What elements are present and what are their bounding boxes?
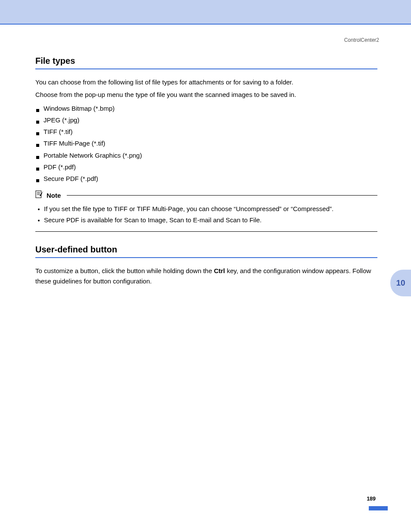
list-item: Secure PDF (*.pdf) — [35, 174, 377, 184]
note-end-rule — [35, 231, 377, 232]
heading-user-defined: User-defined button — [35, 245, 377, 255]
note-icon — [35, 190, 44, 200]
page-number: 189 — [367, 496, 376, 502]
note-item: Secure PDF is available for Scan to Imag… — [35, 215, 377, 226]
page-content: File types You can choose from the follo… — [35, 56, 377, 289]
list-item-label: Secure PDF (*.pdf) — [44, 174, 98, 184]
list-item-label: TIFF (*.tif) — [44, 127, 73, 137]
filetypes-para-2: Choose from the pop-up menu the type of … — [35, 90, 377, 100]
square-bullet-icon — [36, 132, 39, 135]
square-bullet-icon — [36, 121, 39, 124]
note-items: If you set the file type to TIFF or TIFF… — [35, 203, 377, 225]
top-rule — [0, 24, 411, 25]
section-rule — [35, 68, 377, 69]
list-item-label: PDF (*.pdf) — [44, 162, 76, 172]
square-bullet-icon — [36, 144, 39, 147]
section-rule — [35, 257, 377, 258]
list-item: PDF (*.pdf) — [35, 162, 377, 172]
list-item: Windows Bitmap (*.bmp) — [35, 103, 377, 113]
heading-file-types: File types — [35, 56, 377, 66]
note-block: Note If you set the file type to TIFF or… — [35, 190, 377, 232]
svg-rect-0 — [36, 191, 41, 198]
square-bullet-icon — [36, 179, 39, 182]
list-item-label: Windows Bitmap (*.bmp) — [44, 103, 115, 113]
top-band — [0, 0, 411, 24]
square-bullet-icon — [36, 156, 39, 159]
header-right-label: ControlCenter2 — [344, 37, 379, 43]
list-item: TIFF Multi-Page (*.tif) — [35, 138, 377, 148]
square-bullet-icon — [36, 109, 39, 112]
note-item: If you set the file type to TIFF or TIFF… — [35, 203, 377, 215]
note-item-text: Secure PDF is available for Scan to Imag… — [44, 215, 262, 226]
list-item: JPEG (*.jpg) — [35, 115, 377, 125]
note-header: Note — [35, 190, 377, 200]
list-item-label: Portable Network Graphics (*.png) — [44, 150, 142, 160]
bottom-accent — [369, 506, 388, 510]
note-title: Note — [47, 192, 61, 199]
chapter-number: 10 — [396, 278, 405, 288]
section-user-defined: User-defined button To customize a butto… — [35, 245, 377, 286]
list-item-label: JPEG (*.jpg) — [44, 115, 79, 125]
dot-bullet-icon — [38, 208, 40, 210]
chapter-tab: 10 — [390, 270, 411, 296]
ctrl-key-label: Ctrl — [214, 267, 225, 274]
para-text-before: To customize a button, click the button … — [35, 267, 214, 274]
filetype-list: Windows Bitmap (*.bmp) JPEG (*.jpg) TIFF… — [35, 103, 377, 184]
square-bullet-icon — [36, 168, 39, 171]
note-item-text: If you set the file type to TIFF or TIFF… — [44, 203, 333, 215]
note-rule — [67, 195, 377, 196]
list-item: TIFF (*.tif) — [35, 127, 377, 137]
section-file-types: File types You can choose from the follo… — [35, 56, 377, 232]
list-item: Portable Network Graphics (*.png) — [35, 150, 377, 160]
filetypes-para-1: You can choose from the following list o… — [35, 77, 377, 87]
list-item-label: TIFF Multi-Page (*.tif) — [44, 138, 105, 148]
user-defined-para: To customize a button, click the button … — [35, 266, 377, 286]
dot-bullet-icon — [38, 220, 40, 221]
